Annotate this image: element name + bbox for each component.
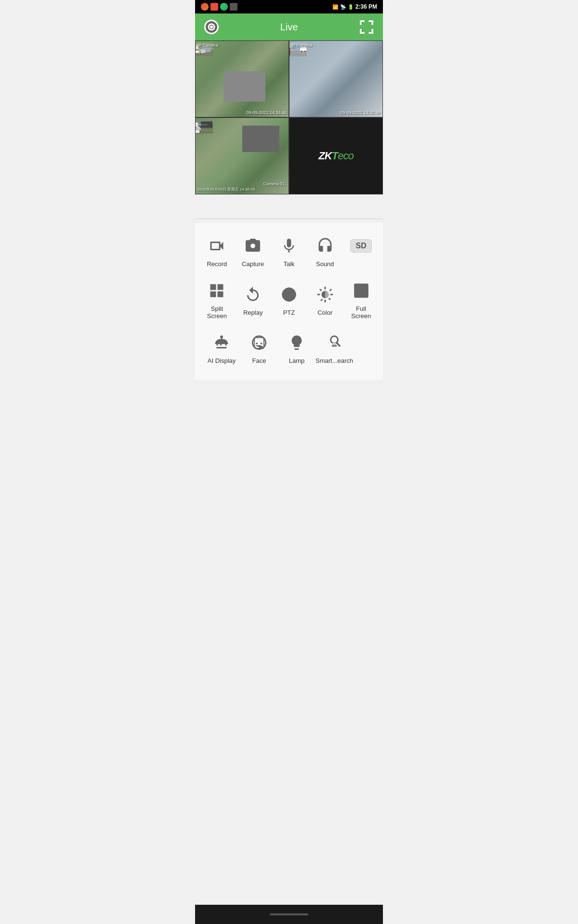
headphones-icon	[314, 234, 337, 257]
bulb-icon	[285, 331, 308, 354]
fullscreen-icon[interactable]	[358, 18, 375, 36]
sd-button[interactable]: SD SD	[344, 231, 378, 271]
replay-icon	[241, 283, 264, 306]
face-label: Face	[252, 357, 266, 364]
microphone-icon	[277, 234, 301, 257]
talk-label: Talk	[283, 260, 294, 268]
replay-button[interactable]: Replay	[236, 279, 270, 320]
camera-1-label: IP Camera	[197, 43, 218, 48]
camera-3-bottom-label: Camera 01	[263, 181, 285, 186]
camera-cell-2[interactable]: IP Camera 09-09-2022 14:36:46	[289, 40, 383, 117]
smart-search-button[interactable]: Smart...earch	[315, 327, 353, 368]
camera-cell-4[interactable]: ZKTeco	[289, 117, 383, 194]
camera-1-timestamp: 09-09-2022 14:36:46	[246, 110, 287, 115]
svg-rect-9	[199, 50, 201, 53]
ptz-button[interactable]: PTZ	[272, 279, 306, 320]
svg-rect-42	[196, 125, 198, 127]
svg-rect-43	[196, 123, 198, 125]
header: Live	[195, 13, 383, 40]
grid-icon	[205, 279, 228, 302]
page-title: Live	[220, 22, 358, 33]
svg-point-11	[203, 53, 205, 54]
record-button[interactable]: Record	[200, 231, 234, 271]
controls-row-3: AI Display Face Lamp	[199, 327, 379, 368]
talk-button[interactable]: Talk	[272, 231, 306, 271]
face-icon	[248, 331, 271, 354]
robot-icon	[210, 331, 233, 354]
color-label: Color	[317, 309, 332, 316]
controls-row-1: Record Capture Talk	[199, 231, 379, 271]
divider	[195, 218, 383, 219]
controls-row-2: Split Screen Replay	[199, 275, 379, 323]
svg-rect-33	[198, 124, 201, 126]
svg-point-45	[286, 292, 292, 297]
split-screen-button[interactable]: Split Screen	[200, 275, 234, 323]
capture-label: Capture	[242, 260, 264, 268]
camera-3-timestamp: 2022年09月09日 星期五 14:36:49	[197, 187, 255, 192]
video-camera-icon	[205, 234, 228, 257]
svg-rect-37	[196, 127, 199, 128]
bottom-spacer	[195, 380, 383, 437]
capture-button[interactable]: Capture	[236, 231, 270, 271]
time-display: 2:36 PM	[355, 3, 377, 10]
target-icon[interactable]	[203, 18, 220, 36]
sound-button[interactable]: Sound	[308, 231, 342, 271]
status-left	[201, 3, 237, 11]
svg-rect-40	[196, 130, 199, 133]
svg-point-22	[301, 51, 302, 52]
status-bar: 📶 📡 🔋 2:36 PM	[195, 0, 383, 13]
svg-point-2	[211, 26, 212, 28]
svg-rect-26	[289, 48, 295, 49]
ai-display-label: AI Display	[208, 357, 236, 364]
battery-icon: 🔋	[348, 4, 354, 10]
ai-display-button[interactable]: AI Display	[203, 327, 240, 368]
lamp-button[interactable]: Lamp	[278, 327, 315, 368]
camera-2-timestamp: 09-09-2022 14:36:46	[340, 110, 381, 115]
face-button[interactable]: Face	[240, 327, 278, 368]
wifi-icon: 📡	[340, 4, 346, 10]
full-screen-button[interactable]: Full Screen	[344, 275, 378, 323]
full-screen-label: Full Screen	[346, 305, 376, 320]
lamp-label: Lamp	[289, 357, 305, 364]
camera-cell-3[interactable]: MAERSK 2022年09月09日 星期五 14:36:49 Camera 0…	[195, 117, 289, 194]
spacer	[195, 194, 383, 218]
svg-rect-14	[196, 51, 199, 53]
svg-text:MAERSK: MAERSK	[202, 124, 208, 126]
svg-rect-16	[289, 51, 307, 56]
crosshair-icon	[277, 283, 301, 306]
camera-icon	[241, 234, 264, 257]
sd-badge: SD	[350, 239, 371, 253]
svg-point-10	[200, 53, 201, 54]
status-right: 📶 📡 🔋 2:36 PM	[332, 3, 377, 10]
sd-card-icon: SD	[350, 234, 373, 257]
color-button[interactable]: Color	[308, 279, 342, 320]
smart-search-icon	[323, 331, 346, 354]
signal-icon: 📶	[332, 4, 338, 10]
controls-panel: Record Capture Talk	[195, 223, 383, 380]
smart-search-label: Smart...earch	[315, 357, 353, 364]
camera-cell-1[interactable]: MA IP Camera 09-09-2022 14:36:46	[195, 40, 289, 117]
camera-grid: MA IP Camera 09-09-2022 14:36:46	[195, 40, 383, 194]
split-screen-label: Split Screen	[202, 305, 232, 320]
brightness-icon	[314, 283, 337, 306]
record-label: Record	[207, 260, 227, 268]
svg-point-23	[304, 51, 306, 52]
fullscreen-box-icon	[350, 279, 373, 302]
sound-label: Sound	[316, 260, 334, 268]
zkteco-logo: ZKTeco	[318, 150, 353, 162]
ptz-label: PTZ	[283, 309, 295, 316]
replay-label: Replay	[243, 309, 263, 316]
camera-2-label: IP Camera	[291, 43, 312, 48]
svg-rect-25	[289, 48, 290, 55]
